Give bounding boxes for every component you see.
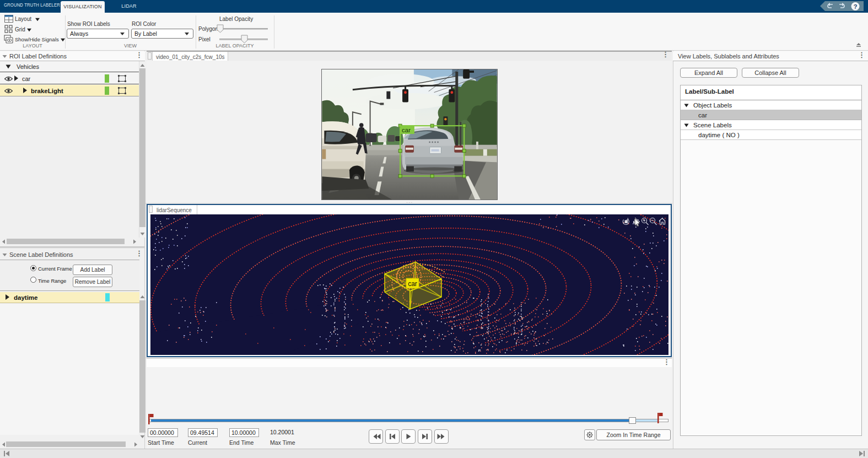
svg-text:car: car [408, 280, 417, 288]
svg-text:car: car [402, 127, 411, 133]
svg-text:?: ? [854, 3, 858, 10]
